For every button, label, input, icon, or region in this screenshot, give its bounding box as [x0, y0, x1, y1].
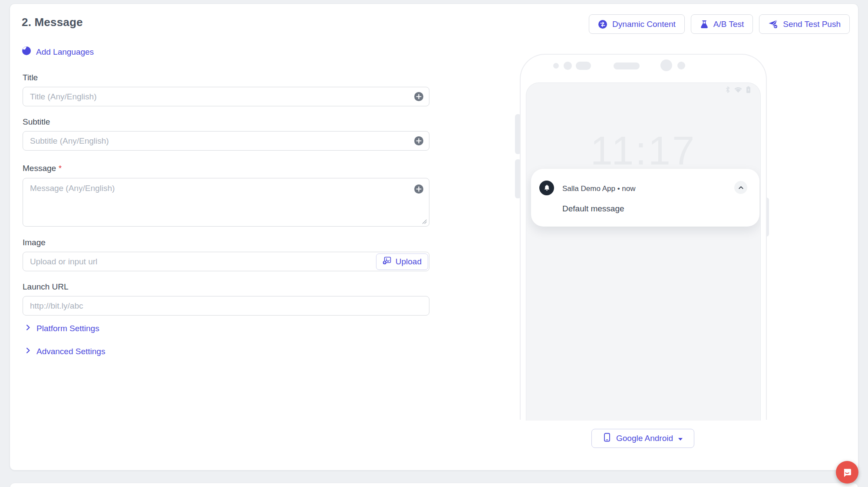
- chat-launcher-button[interactable]: [836, 461, 858, 484]
- dynamic-content-button[interactable]: Dynamic Content: [589, 14, 685, 34]
- page-title: 2. Message: [22, 16, 83, 29]
- bluetooth-icon: [725, 86, 730, 95]
- add-languages-label: Add Languages: [36, 47, 94, 57]
- advanced-settings-toggle[interactable]: Advanced Settings: [24, 347, 105, 356]
- device-selector-button[interactable]: Google Android: [591, 429, 694, 448]
- device-selector-label: Google Android: [616, 434, 673, 443]
- chat-bubble-icon: [841, 466, 853, 478]
- title-input[interactable]: [23, 87, 429, 106]
- camera-dot: [553, 63, 559, 69]
- dynamic-content-icon: [598, 20, 607, 29]
- add-languages-link[interactable]: Add Languages: [22, 46, 94, 58]
- message-textarea[interactable]: [23, 178, 429, 227]
- camera-dot: [564, 62, 572, 70]
- chevron-right-icon: [24, 324, 32, 333]
- status-bar: [725, 86, 751, 95]
- title-label: Title: [23, 73, 38, 82]
- send-test-push-icon: [768, 19, 778, 29]
- speaker-pill: [614, 63, 640, 69]
- camera-dot: [660, 59, 672, 71]
- upload-image-icon: [383, 256, 392, 267]
- phone-screen: 11:17 Salla Demo App • now Default messa…: [526, 82, 761, 421]
- image-field: Upload: [23, 252, 429, 271]
- launch-url-input[interactable]: [23, 296, 429, 316]
- lockscreen-clock: 11:17: [526, 128, 760, 174]
- send-test-push-label: Send Test Push: [783, 20, 841, 29]
- notification-app-line: Salla Demo App • now: [562, 184, 636, 193]
- chevron-up-icon: [738, 184, 744, 191]
- message-field: [23, 178, 429, 227]
- send-test-push-button[interactable]: Send Test Push: [759, 14, 850, 34]
- advanced-settings-label: Advanced Settings: [36, 347, 105, 356]
- image-url-input[interactable]: [23, 252, 429, 271]
- camera-dot: [677, 62, 685, 69]
- notification-expand-button: [734, 181, 747, 194]
- ab-test-icon: [700, 20, 709, 29]
- bell-icon: [543, 184, 551, 192]
- header-actions: Dynamic Content A/B Test Send Test Push: [589, 14, 850, 34]
- smartphone-icon: [603, 433, 611, 444]
- wifi-icon: [734, 86, 743, 95]
- plus-circle-icon[interactable]: [414, 92, 424, 102]
- message-label: Message*: [23, 164, 62, 173]
- globe-icon: [22, 46, 31, 58]
- plus-circle-icon[interactable]: [414, 184, 424, 194]
- upload-label: Upload: [396, 257, 422, 267]
- resize-handle-icon[interactable]: [422, 219, 427, 224]
- battery-icon: [746, 86, 751, 95]
- plus-circle-icon[interactable]: [414, 136, 424, 146]
- ab-test-label: A/B Test: [713, 20, 744, 29]
- phone-mockup: 11:17 Salla Demo App • now Default messa…: [520, 54, 767, 420]
- upload-button[interactable]: Upload: [376, 253, 428, 270]
- notification-message: Default message: [562, 204, 624, 214]
- ab-test-button[interactable]: A/B Test: [691, 14, 753, 34]
- subtitle-input[interactable]: [23, 131, 429, 151]
- app-icon: [539, 181, 554, 195]
- subtitle-field: [23, 131, 429, 151]
- platform-settings-label: Platform Settings: [36, 324, 99, 333]
- launch-url-field: [23, 296, 429, 316]
- required-asterisk: *: [59, 164, 62, 173]
- dynamic-content-label: Dynamic Content: [612, 20, 676, 29]
- platform-settings-toggle[interactable]: Platform Settings: [24, 324, 99, 333]
- subtitle-label: Subtitle: [23, 117, 50, 127]
- chevron-right-icon: [24, 347, 32, 356]
- next-section-card: [10, 483, 858, 487]
- sensor-pill: [576, 62, 591, 70]
- launch-url-label: Launch URL: [23, 282, 69, 292]
- notification-preview: Salla Demo App • now Default message: [531, 169, 759, 227]
- image-label: Image: [23, 238, 46, 247]
- caret-down-icon: [678, 434, 683, 443]
- title-field: [23, 87, 429, 106]
